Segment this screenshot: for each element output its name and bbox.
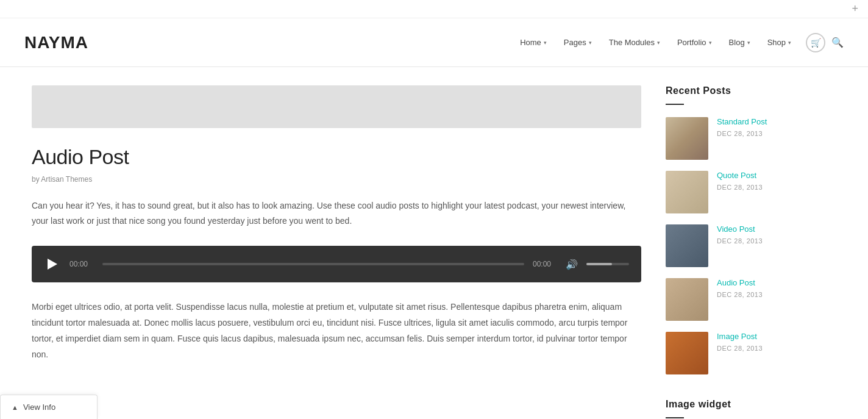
audio-progress-bar[interactable] — [102, 263, 524, 265]
recent-post-item: Standard Post DEC 28, 2013 — [666, 117, 836, 160]
play-icon — [48, 259, 57, 270]
post-excerpt: Can you hear it? Yes, it has to sound gr… — [32, 198, 641, 229]
chevron-down-icon: ▾ — [788, 40, 791, 46]
chevron-down-icon: ▾ — [709, 40, 712, 46]
recent-posts-section: Recent Posts Standard Post DEC 28, 2013 … — [666, 85, 836, 374]
volume-bar[interactable] — [586, 263, 629, 265]
nav-label-modules: The Modules — [609, 38, 655, 47]
sidebar: Recent Posts Standard Post DEC 28, 2013 … — [666, 85, 836, 419]
nav-item-blog[interactable]: Blog ▾ — [720, 18, 759, 67]
recent-post-thumb — [666, 224, 708, 267]
view-info-bar[interactable]: ▲ View Info — [0, 395, 98, 419]
plus-icon[interactable]: + — [852, 2, 858, 15]
recent-post-item: Video Post DEC 28, 2013 — [666, 224, 836, 267]
recent-post-title-link[interactable]: Image Post — [717, 332, 836, 342]
recent-post-title-link[interactable]: Quote Post — [717, 171, 836, 181]
recent-post-date: DEC 28, 2013 — [717, 130, 836, 137]
volume-icon[interactable]: 🔊 — [566, 259, 578, 270]
recent-post-info: Image Post DEC 28, 2013 — [717, 332, 836, 352]
nav-label-shop: Shop — [767, 38, 786, 47]
post-meta: by Artisan Themes — [32, 175, 641, 184]
search-icon[interactable]: 🔍 — [831, 37, 844, 48]
recent-post-date: DEC 28, 2013 — [717, 184, 836, 191]
recent-post-info: Standard Post DEC 28, 2013 — [717, 117, 836, 137]
nav-icons: 🛒 🔍 — [806, 33, 844, 52]
recent-post-thumb — [666, 171, 708, 213]
sidebar-divider — [666, 104, 684, 105]
recent-post-date: DEC 28, 2013 — [717, 345, 836, 352]
post-title: Audio Post — [32, 145, 641, 169]
chevron-down-icon: ▾ — [589, 40, 592, 46]
volume-bar-fill — [586, 263, 612, 265]
chevron-down-icon: ▾ — [747, 40, 750, 46]
audio-time-total: 00:00 — [533, 260, 557, 268]
nav-label-home: Home — [520, 38, 541, 47]
image-widget-section: Image widget — [666, 399, 836, 418]
view-info-label: View Info — [23, 403, 55, 412]
recent-post-info: Video Post DEC 28, 2013 — [717, 224, 836, 245]
recent-post-item: Audio Post DEC 28, 2013 — [666, 278, 836, 321]
recent-post-item: Image Post DEC 28, 2013 — [666, 332, 836, 374]
recent-post-date: DEC 28, 2013 — [717, 291, 836, 298]
nav-item-pages[interactable]: Pages ▾ — [555, 18, 600, 67]
nav-label-pages: Pages — [564, 38, 586, 47]
chevron-down-icon: ▾ — [657, 40, 660, 46]
top-bar: + — [0, 0, 868, 18]
nav-item-home[interactable]: Home ▾ — [511, 18, 555, 67]
recent-post-title-link[interactable]: Standard Post — [717, 117, 836, 127]
recent-post-thumb — [666, 278, 708, 321]
image-widget-title: Image widget — [666, 399, 836, 410]
nav-item-shop[interactable]: Shop ▾ — [759, 18, 800, 67]
recent-posts-title: Recent Posts — [666, 85, 836, 96]
site-logo[interactable]: NAYMA — [24, 33, 88, 52]
recent-post-title-link[interactable]: Video Post — [717, 224, 836, 235]
featured-image — [32, 85, 641, 128]
main-nav: Home ▾ Pages ▾ The Modules ▾ Portfolio ▾… — [511, 18, 844, 67]
recent-post-title-link[interactable]: Audio Post — [717, 278, 836, 288]
cart-icon[interactable]: 🛒 — [806, 33, 825, 52]
recent-post-thumb — [666, 117, 708, 160]
recent-post-info: Quote Post DEC 28, 2013 — [717, 171, 836, 191]
recent-post-info: Audio Post DEC 28, 2013 — [717, 278, 836, 298]
chevron-up-icon: ▲ — [12, 404, 18, 411]
nav-label-blog: Blog — [729, 38, 745, 47]
main-content: Audio Post by Artisan Themes Can you hea… — [32, 85, 641, 419]
nav-item-modules[interactable]: The Modules ▾ — [600, 18, 669, 67]
page-content: Audio Post by Artisan Themes Can you hea… — [7, 67, 861, 419]
chevron-down-icon: ▾ — [544, 40, 547, 46]
audio-time-current: 00:00 — [69, 260, 94, 268]
recent-post-date: DEC 28, 2013 — [717, 237, 836, 245]
play-button[interactable] — [44, 256, 61, 273]
site-header: NAYMA Home ▾ Pages ▾ The Modules ▾ Portf… — [0, 18, 868, 67]
nav-item-portfolio[interactable]: Portfolio ▾ — [669, 18, 720, 67]
sidebar-divider — [666, 417, 684, 418]
recent-post-thumb — [666, 332, 708, 374]
nav-label-portfolio: Portfolio — [677, 38, 706, 47]
recent-post-item: Quote Post DEC 28, 2013 — [666, 171, 836, 213]
post-body: Morbi eget ultrices odio, at porta velit… — [32, 299, 641, 363]
audio-player: 00:00 00:00 🔊 — [32, 246, 641, 282]
